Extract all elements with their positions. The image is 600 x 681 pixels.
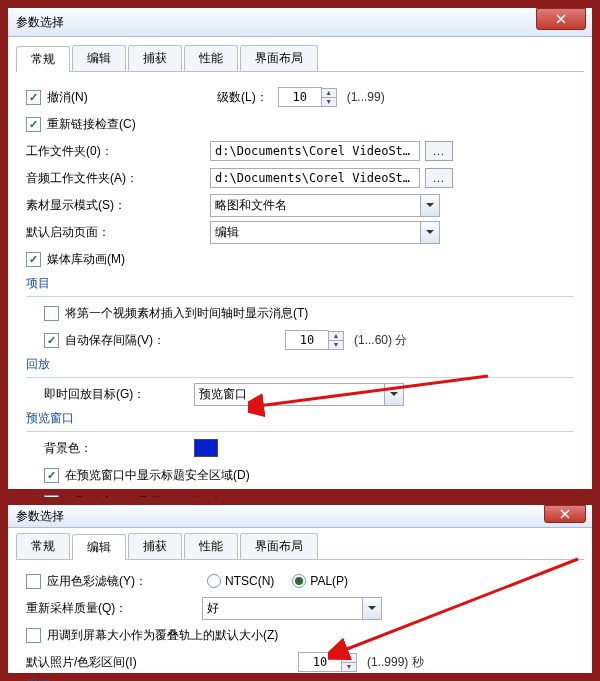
undo-label: 撤消(N) xyxy=(47,89,217,106)
tab-capture[interactable]: 捕获 xyxy=(128,45,182,71)
medialib-checkbox[interactable] xyxy=(26,252,41,267)
tab-body: 撤消(N) 级数(L)： 10 ▲▼ (1...99) 重新链接检查(C) 工作… xyxy=(8,72,592,556)
preview-header: 预览窗口 xyxy=(26,410,574,427)
audiodir-input[interactable]: d:\Documents\Corel VideoStu… xyxy=(210,168,420,188)
chevron-down-icon xyxy=(421,221,440,244)
workdir-input[interactable]: d:\Documents\Corel VideoStu… xyxy=(210,141,420,161)
autosave-spin[interactable]: ▲▼ xyxy=(328,331,344,350)
workdir-label: 工作文件夹(0)： xyxy=(26,143,176,160)
bgcolor-label: 背景色： xyxy=(44,440,194,457)
video-header: 视频 xyxy=(26,677,574,681)
pal-radio[interactable] xyxy=(292,574,306,588)
startpage-combo[interactable]: 编辑 xyxy=(210,221,440,244)
tab-general-2[interactable]: 常规 xyxy=(16,533,70,559)
resample-combo[interactable]: 好 xyxy=(202,597,382,620)
tab-layout-2[interactable]: 界面布局 xyxy=(240,533,318,559)
colorfilter-label: 应用色彩滤镜(Y)： xyxy=(47,573,207,590)
tab-general[interactable]: 常规 xyxy=(16,46,70,72)
tab-strip: 常规 编辑 捕获 性能 界面布局 xyxy=(16,45,584,72)
dialog-title: 参数选择 xyxy=(16,14,64,31)
pal-label: PAL(P) xyxy=(310,574,348,588)
startpage-label: 默认启动页面： xyxy=(26,224,176,241)
playback-target-label: 即时回放目标(G)： xyxy=(44,386,194,403)
tab-performance-2[interactable]: 性能 xyxy=(184,533,238,559)
chevron-down-icon xyxy=(421,194,440,217)
autosave-range: (1...60) 分 xyxy=(354,332,407,349)
close-icon xyxy=(556,14,566,24)
project-header: 项目 xyxy=(26,275,574,292)
resample-value: 好 xyxy=(202,597,363,620)
levels-range: (1...99) xyxy=(347,90,385,104)
startpage-value: 编辑 xyxy=(210,221,421,244)
tab-capture-2[interactable]: 捕获 xyxy=(128,533,182,559)
clipmode-value: 略图和文件名 xyxy=(210,194,421,217)
tab-performance[interactable]: 性能 xyxy=(184,45,238,71)
resize-checkbox[interactable] xyxy=(26,628,41,643)
colorfilter-checkbox[interactable] xyxy=(26,574,41,589)
autosave-checkbox[interactable] xyxy=(44,333,59,348)
autosave-label: 自动保存间隔(V)： xyxy=(65,332,285,349)
tab-edit-2[interactable]: 编辑 xyxy=(72,534,126,560)
duration-spin[interactable]: ▲▼ xyxy=(341,653,357,672)
playback-target-value: 预览窗口 xyxy=(194,383,385,406)
insert-msg-checkbox[interactable] xyxy=(44,306,59,321)
ntsc-label: NTSC(N) xyxy=(225,574,274,588)
medialib-label: 媒体库动画(M) xyxy=(47,251,125,268)
audiodir-browse-button[interactable]: ... xyxy=(425,168,453,188)
levels-input[interactable]: 10 xyxy=(278,87,322,107)
relink-checkbox[interactable] xyxy=(26,117,41,132)
chevron-down-icon xyxy=(363,597,382,620)
autosave-input[interactable]: 10 xyxy=(285,330,329,350)
tab-edit[interactable]: 编辑 xyxy=(72,45,126,71)
show-safe-label: 在预览窗口中显示标题安全区域(D) xyxy=(65,467,250,484)
tab-strip-2: 常规 编辑 捕获 性能 界面布局 xyxy=(16,533,584,560)
close-icon xyxy=(560,509,570,519)
title-bar: 参数选择 xyxy=(8,8,592,37)
levels-spin[interactable]: ▲▼ xyxy=(321,88,337,107)
duration-label: 默认照片/色彩区间(I) xyxy=(26,654,298,671)
levels-label: 级数(L)： xyxy=(217,89,268,106)
bgcolor-swatch[interactable] xyxy=(194,439,218,457)
undo-checkbox[interactable] xyxy=(26,90,41,105)
tab-layout[interactable]: 界面布局 xyxy=(240,45,318,71)
resize-label: 用调到屏幕大小作为覆叠轨上的默认大小(Z) xyxy=(47,627,278,644)
title-bar-2: 参数选择 xyxy=(8,505,592,528)
close-button-2[interactable] xyxy=(544,505,586,523)
playback-header: 回放 xyxy=(26,356,574,373)
ntsc-radio[interactable] xyxy=(207,574,221,588)
chevron-down-icon xyxy=(385,383,404,406)
workdir-browse-button[interactable]: ... xyxy=(425,141,453,161)
resample-label: 重新采样质量(Q)： xyxy=(26,600,202,617)
duration-input[interactable]: 10 xyxy=(298,652,342,672)
playback-target-combo[interactable]: 预览窗口 xyxy=(194,383,404,406)
audiodir-label: 音频工作文件夹(A)： xyxy=(26,170,176,187)
insert-msg-label: 将第一个视频素材插入到时间轴时显示消息(T) xyxy=(65,305,308,322)
close-button[interactable] xyxy=(536,8,586,30)
clipmode-label: 素材显示模式(S)： xyxy=(26,197,176,214)
relink-label: 重新链接检查(C) xyxy=(47,116,136,133)
clipmode-combo[interactable]: 略图和文件名 xyxy=(210,194,440,217)
dialog-title-2: 参数选择 xyxy=(16,508,64,525)
duration-range: (1..999) 秒 xyxy=(367,654,424,671)
tab-body-2: 应用色彩滤镜(Y)： NTSC(N) PAL(P) 重新采样质量(Q)： 好 用… xyxy=(8,560,592,681)
show-safe-checkbox[interactable] xyxy=(44,468,59,483)
